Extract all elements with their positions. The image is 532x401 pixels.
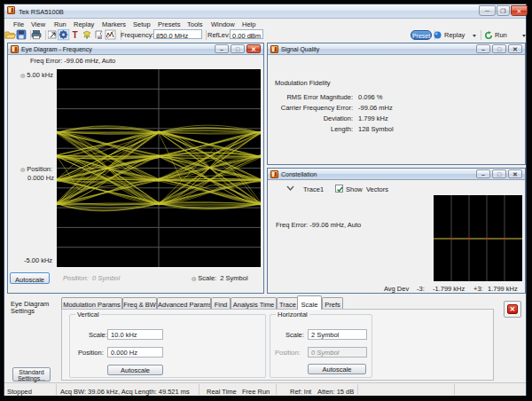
- svg-text:T: T: [72, 30, 77, 40]
